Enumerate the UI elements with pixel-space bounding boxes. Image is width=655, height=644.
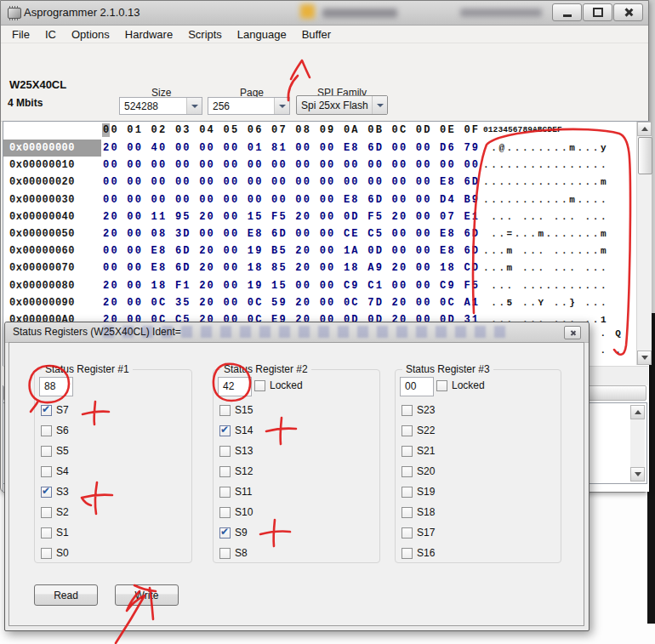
status-bit-s12[interactable]: S12: [219, 465, 253, 477]
spi-family-combobox[interactable]: Spi 25xx Flash: [296, 95, 388, 115]
status-bit-s15[interactable]: S15: [219, 404, 253, 416]
checkbox-box: [219, 507, 231, 518]
status-bit-s11[interactable]: S11: [219, 486, 252, 498]
hex-address: 0x00000050: [3, 225, 101, 242]
hex-row[interactable]: 0x0000001000 00 00 00 00 00 00 00 00 00 …: [3, 157, 636, 174]
bit-label: S4: [56, 465, 69, 477]
status-bit-s8[interactable]: S8: [219, 547, 248, 559]
menu-item-file[interactable]: File: [4, 26, 37, 43]
hex-address: 0x00000000: [3, 140, 101, 157]
hex-bytes[interactable]: 00 00 E8 6D 20 00 19 B5 20 00 1A 0D 00 0…: [103, 242, 480, 259]
checkbox-box: [436, 380, 447, 391]
hex-bytes[interactable]: 20 00 11 95 20 00 15 F5 20 00 0D F5 20 0…: [103, 208, 480, 225]
size-combobox[interactable]: 524288: [119, 97, 202, 115]
status-bit-s5[interactable]: S5: [41, 445, 69, 457]
hex-bytes[interactable]: 20 00 18 F1 20 00 19 15 00 00 C9 C1 00 0…: [103, 277, 480, 294]
status-bit-s13[interactable]: S13: [219, 445, 253, 457]
maximize-button[interactable]: [583, 3, 612, 21]
locked-checkbox[interactable]: Locked: [254, 379, 303, 391]
menu-item-ic[interactable]: IC: [37, 26, 64, 43]
status-bit-s19[interactable]: S19: [402, 486, 435, 498]
hex-row[interactable]: 0x0000007000 00 E8 6D 20 00 18 85 20 00 …: [3, 259, 636, 276]
minimize-button[interactable]: [552, 3, 582, 21]
bit-label: S2: [56, 506, 69, 518]
hex-bytes[interactable]: 00 00 E8 6D 20 00 18 85 20 00 18 A9 20 0…: [103, 259, 480, 276]
status-bit-s21[interactable]: S21: [402, 445, 435, 457]
hex-ascii: ... ... ... ...: [483, 208, 608, 225]
register-value-field[interactable]: 00: [400, 377, 434, 396]
menu-item-buffer[interactable]: Buffer: [294, 26, 339, 43]
status-bit-s16[interactable]: S16: [402, 547, 435, 559]
status-bit-s2[interactable]: S2: [41, 506, 69, 518]
register-value-field[interactable]: 88: [39, 377, 73, 396]
size-value: 524288: [120, 100, 186, 112]
dialog-close-button[interactable]: [564, 326, 581, 339]
hex-ascii: ................: [483, 157, 608, 174]
status-bit-s6[interactable]: S6: [41, 425, 69, 436]
bit-label: S23: [417, 404, 435, 416]
hex-bytes[interactable]: 00 00 00 00 00 00 00 00 00 00 E8 6D 00 0…: [103, 191, 480, 208]
checkbox-box: [41, 548, 52, 559]
status-bit-s10[interactable]: S10: [219, 506, 253, 518]
checkbox-box: [219, 487, 231, 498]
hex-row[interactable]: 0x0000004020 00 11 95 20 00 15 F5 20 00 …: [3, 208, 636, 225]
register-value-field[interactable]: 42: [218, 377, 252, 396]
scroll-up-button[interactable]: [637, 122, 652, 136]
bit-label: S5: [56, 445, 69, 457]
chip-capacity: 4 Mbits: [8, 97, 43, 109]
bit-label: S14: [235, 425, 253, 436]
hex-row[interactable]: 0x0000009020 00 0C 35 20 00 0C 59 20 00 …: [3, 294, 636, 311]
app-icon: [8, 8, 21, 19]
page-combobox[interactable]: 256: [208, 97, 290, 115]
hex-row[interactable]: 0x0000000020 00 40 00 00 00 01 81 00 00 …: [3, 140, 636, 157]
locked-label: Locked: [270, 379, 303, 391]
locked-label: Locked: [452, 379, 485, 391]
checkbox-box: [402, 487, 413, 498]
hex-bytes[interactable]: 20 00 0C 35 20 00 0C 59 20 00 0C 7D 20 0…: [103, 294, 480, 311]
menu-item-options[interactable]: Options: [64, 26, 117, 43]
status-bit-s22[interactable]: S22: [402, 425, 435, 436]
scroll-thumb[interactable]: [638, 137, 652, 174]
menu-item-hardware[interactable]: Hardware: [117, 26, 180, 43]
hex-address: 0x00000020: [3, 174, 101, 191]
scroll-down-button[interactable]: [637, 350, 652, 365]
hex-scrollbar[interactable]: [636, 122, 652, 365]
hex-ascii: ...............m: [483, 174, 608, 191]
hex-row[interactable]: 0x0000006000 00 E8 6D 20 00 19 B5 20 00 …: [3, 242, 636, 259]
hex-bytes[interactable]: 00 00 00 00 00 00 00 00 00 00 00 00 00 0…: [103, 174, 480, 191]
size-dropdown[interactable]: [186, 98, 202, 114]
bit-label: S18: [417, 506, 435, 518]
status-bit-s0[interactable]: S0: [41, 547, 69, 559]
hex-bytes[interactable]: 00 00 00 00 00 00 00 00 00 00 00 00 00 0…: [103, 157, 480, 174]
hex-row[interactable]: 0x0000003000 00 00 00 00 00 00 00 00 00 …: [3, 191, 636, 208]
locked-checkbox[interactable]: Locked: [436, 379, 485, 391]
checkbox-box: [402, 548, 413, 559]
status-bit-s9[interactable]: S9: [219, 527, 248, 539]
close-button[interactable]: [613, 3, 643, 21]
status-bit-s20[interactable]: S20: [402, 465, 435, 477]
log-scrollbar[interactable]: [630, 405, 645, 482]
menu-item-language[interactable]: Language: [230, 26, 294, 43]
hex-row[interactable]: 0x0000008020 00 18 F1 20 00 19 15 00 00 …: [3, 277, 636, 294]
status-bit-s1[interactable]: S1: [41, 527, 69, 539]
read-registers-button[interactable]: Read: [34, 584, 98, 606]
log-scroll-up-button[interactable]: [630, 405, 645, 419]
hex-address: 0x00000030: [3, 191, 101, 208]
hex-row[interactable]: 0x0000005020 00 08 3D 00 00 E8 6D 00 00 …: [3, 225, 636, 242]
status-bit-s23[interactable]: S23: [402, 404, 435, 416]
menu-item-scripts[interactable]: Scripts: [180, 26, 230, 43]
status-register-group-2: Status Register #242LockedS15S14S13S12S1…: [213, 369, 380, 563]
hex-row[interactable]: 0x0000002000 00 00 00 00 00 00 00 00 00 …: [3, 174, 636, 191]
write-registers-button[interactable]: Write: [115, 584, 179, 606]
status-bit-s17[interactable]: S17: [402, 527, 435, 539]
page-dropdown[interactable]: [274, 98, 289, 114]
status-bit-s18[interactable]: S18: [402, 506, 435, 518]
hex-bytes[interactable]: 20 00 40 00 00 00 01 81 00 00 E8 6D 00 0…: [103, 140, 480, 157]
hex-bytes[interactable]: 20 00 08 3D 00 00 E8 6D 00 00 CE C5 00 0…: [103, 225, 480, 242]
status-bit-s4[interactable]: S4: [41, 465, 69, 477]
log-scroll-down-button[interactable]: [630, 467, 645, 482]
spi-family-dropdown[interactable]: [372, 96, 387, 114]
status-bit-s3[interactable]: S3: [41, 486, 69, 498]
status-bit-s14[interactable]: S14: [219, 425, 253, 436]
status-bit-s7[interactable]: S7: [41, 404, 69, 416]
